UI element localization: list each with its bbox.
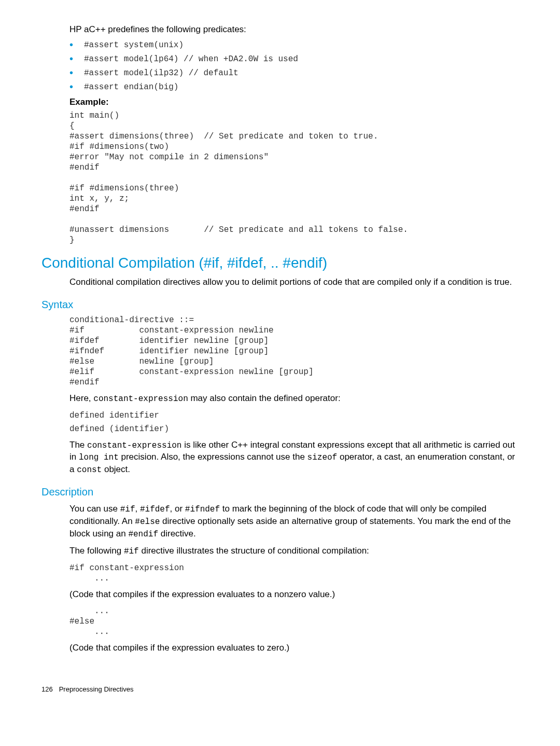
code-inline: #ifdef	[140, 505, 170, 514]
list-item: #assert model(lp64) // when +DA2.0W is u…	[69, 54, 519, 64]
code-inline: constant-expression	[87, 441, 181, 450]
description-para-1: You can use #if, #ifdef, or #ifndef to m…	[69, 503, 519, 540]
predefine-code: #assert model(lp64) // when +DA2.0W is u…	[84, 54, 298, 64]
text: , or	[170, 504, 185, 514]
description-para-2: The following #if directive illustrates …	[69, 545, 519, 558]
predefine-code: #assert model(ilp32) // default	[84, 68, 239, 78]
paren-note-2: (Code that compiles if the expression ev…	[69, 642, 519, 654]
syntax-note: Here, constant-expression may also conta…	[69, 393, 519, 405]
list-item: #assert system(unix)	[69, 40, 519, 50]
predefine-code: #assert system(unix)	[84, 40, 184, 50]
intro-text: HP aC++ predefines the following predica…	[69, 24, 519, 35]
code-inline: #if	[120, 505, 135, 514]
text: object.	[102, 464, 130, 474]
defined-block-2: defined (identifier)	[69, 424, 519, 434]
constant-expression-para: The constant-expression is like other C+…	[69, 439, 519, 476]
description-heading: Description	[41, 486, 519, 498]
list-item: #assert endian(big)	[69, 82, 519, 92]
else-code-block: ... #else ...	[69, 606, 519, 637]
section-intro: Conditional compilation directives allow…	[69, 277, 519, 288]
text: You can use	[69, 504, 120, 514]
predefine-code: #assert endian(big)	[84, 82, 178, 92]
text: directive.	[158, 529, 196, 538]
syntax-block: conditional-directive ::= #if constant-e…	[69, 315, 519, 388]
text: ,	[135, 504, 140, 514]
code-inline: const	[77, 465, 102, 475]
code-inline: constant-expression	[93, 394, 188, 404]
text: precision. Also, the expressions cannot …	[119, 452, 307, 462]
list-item: #assert model(ilp32) // default	[69, 68, 519, 78]
text: Here,	[69, 393, 93, 403]
code-inline: sizeof	[307, 453, 338, 462]
code-inline: #endif	[128, 530, 158, 539]
text: The following	[69, 546, 124, 556]
code-inline: #ifndef	[185, 505, 220, 514]
footer-text: Preprocessing Directives	[59, 685, 134, 693]
defined-block-1: defined identifier	[69, 410, 519, 421]
example-heading: Example:	[69, 97, 519, 107]
example-code-block: int main() { #assert dimensions(three) /…	[69, 110, 519, 245]
code-inline: #if	[124, 547, 139, 556]
text: may also contain the defined operator:	[188, 393, 341, 403]
predefines-list: #assert system(unix) #assert model(lp64)…	[69, 40, 519, 92]
text: The	[69, 440, 87, 450]
syntax-heading: Syntax	[41, 299, 519, 311]
code-inline: long int	[79, 453, 119, 462]
page-number: 126	[41, 685, 53, 693]
if-code-block: #if constant-expression ...	[69, 563, 519, 584]
section-title: Conditional Compilation (#if, #ifdef, ..…	[41, 255, 519, 271]
paren-note-1: (Code that compiles if the expression ev…	[69, 589, 519, 601]
code-inline: #else	[135, 517, 160, 527]
text: directive illustrates the structure of c…	[139, 546, 369, 556]
